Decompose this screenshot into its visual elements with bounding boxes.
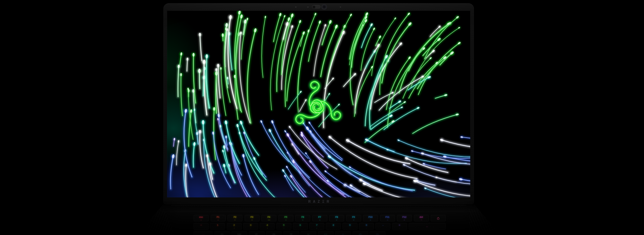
key-~: ~` <box>194 223 209 230</box>
key-5: 5% <box>276 223 291 230</box>
key-F5: F5▬ <box>278 215 293 222</box>
key-8: 8* <box>326 223 341 230</box>
key-F9: F9▬ <box>346 215 361 222</box>
key-1: 1! <box>210 223 225 230</box>
key-0: 0) <box>359 223 374 230</box>
key-E: E <box>249 231 265 235</box>
key-←: ← <box>409 223 446 230</box>
key-F1: F1▬ <box>211 215 226 222</box>
key-T: T <box>283 231 299 235</box>
key-6: 6^ <box>293 223 308 230</box>
key-3: 3# <box>243 223 258 230</box>
key-power <box>431 215 446 222</box>
key-F10: F10▬ <box>363 215 378 222</box>
key-Q: Q <box>214 231 230 235</box>
key-esc: esc▬ <box>194 215 209 222</box>
key-F12: F12▬ <box>397 215 412 222</box>
key--: -_ <box>375 223 390 230</box>
key-4: 4$ <box>260 223 275 230</box>
key-F11: F11▬ <box>380 215 395 222</box>
key-F6: F6▬ <box>295 215 310 222</box>
key-P: P <box>370 231 385 235</box>
key-R: R <box>266 231 282 235</box>
key-F2: F2▬ <box>227 215 243 222</box>
key-2: 2@ <box>227 223 242 230</box>
key-U: U <box>318 231 334 235</box>
key-del: delins <box>414 215 429 222</box>
key-W: W <box>231 231 247 235</box>
photo-background: RAZΞR esc▬F1▬F2▬F3▬F4▬▬F5▬F6▬F7▬F8▬F9▬F1… <box>0 0 644 235</box>
rgb-keyboard: esc▬F1▬F2▬F3▬F4▬▬F5▬F6▬F7▬F8▬F9▬F10▬F11▬… <box>0 0 644 235</box>
key-F8: F8▬ <box>329 215 344 222</box>
key-F3: F3▬ <box>245 215 260 222</box>
key-Y: Y <box>301 231 316 235</box>
key-F4: F4▬▬ <box>261 215 276 222</box>
key-7: 7& <box>309 223 324 230</box>
key-tab: tab <box>194 231 213 235</box>
key-I: I <box>335 231 351 235</box>
key-9: 9( <box>342 223 358 230</box>
key-F7: F7▬ <box>312 215 327 222</box>
key-=: =+ <box>392 223 407 230</box>
key-O: O <box>353 231 368 235</box>
